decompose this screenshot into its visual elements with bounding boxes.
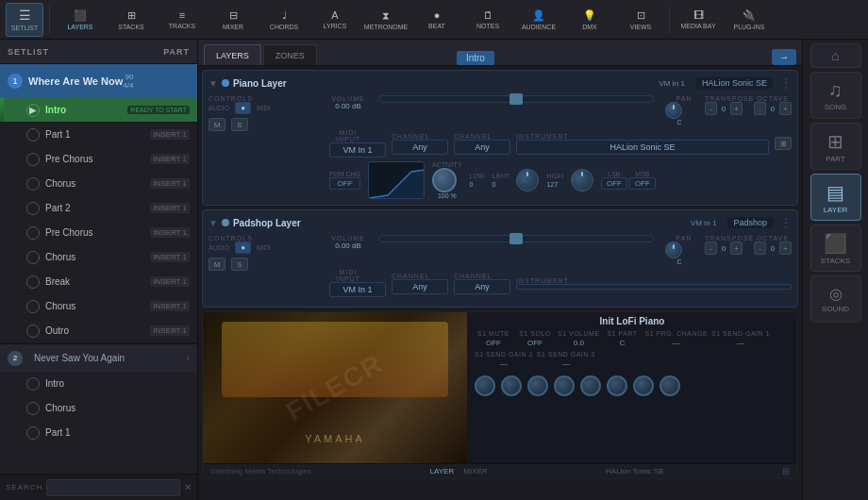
part-item-prechorus2[interactable]: Pre Chorus INSERT 1 xyxy=(0,221,197,245)
toolbar-stacks[interactable]: ⊞ STACKS xyxy=(107,3,156,37)
padshop-pan-knob[interactable] xyxy=(665,242,682,258)
toolbar-lyrics[interactable]: A LYRICS xyxy=(310,3,359,37)
toolbar-mixer[interactable]: ⊟ MIXER xyxy=(209,3,258,37)
plugin-knob-7[interactable] xyxy=(633,375,654,396)
piano-channel2-select[interactable]: Any xyxy=(454,140,510,155)
toolbar-views[interactable]: ⊡ VIEWS xyxy=(616,3,665,37)
navigate-arrow[interactable]: → xyxy=(772,49,796,65)
song-2-header[interactable]: 2 Never Saw You Again › xyxy=(0,343,197,372)
padshop-audio-toggle[interactable]: ● xyxy=(235,242,251,254)
piano-knob3[interactable] xyxy=(571,169,593,192)
plugin-knob-2[interactable] xyxy=(501,375,522,396)
right-song-btn[interactable]: ♫ SONG xyxy=(810,72,861,119)
setlist-header: SETLIST PART xyxy=(0,40,197,64)
piano-octave-plus[interactable]: + xyxy=(779,102,792,115)
padshop-volume-label: VOLUME xyxy=(329,235,367,242)
piano-mute-btn[interactable]: M xyxy=(209,118,225,131)
toolbar-notes[interactable]: 🗒 NOTES xyxy=(463,3,512,37)
part-label-part2: Part 2 xyxy=(45,203,150,213)
song-1-header[interactable]: 1 Where Are We Now 90 4/4 xyxy=(0,64,197,98)
padshop-solo-btn[interactable]: S xyxy=(231,258,248,271)
footer-tab-mixer[interactable]: MIXER xyxy=(463,467,487,475)
piano-transpose-plus[interactable]: + xyxy=(730,102,743,115)
piano-transpose-minus[interactable]: - xyxy=(705,102,717,115)
setlist-title: SETLIST xyxy=(8,47,49,57)
padshop-mute-btn[interactable]: M xyxy=(209,258,225,271)
tracks-tab-label: TRACKS xyxy=(169,23,195,29)
part-item-outro[interactable]: Outro INSERT 1 xyxy=(0,319,197,343)
param-s1part-label: S1 Part xyxy=(608,330,638,337)
piano-layer-collapse[interactable]: ▼ xyxy=(209,78,218,89)
part-item-intro[interactable]: ▶ Intro READY TO START xyxy=(0,98,197,123)
padshop-transpose-plus[interactable]: + xyxy=(730,242,743,255)
piano-slider-group[interactable] xyxy=(378,95,654,125)
right-layer-icon: ▤ xyxy=(826,181,844,204)
piano-layer-menu[interactable]: ⋮ xyxy=(780,76,792,90)
piano-activity-knob[interactable] xyxy=(432,168,457,192)
plugin-knob-5[interactable] xyxy=(580,375,601,396)
right-stacks-btn[interactable]: ⬛ STACKS xyxy=(810,225,861,272)
padshop-octave-plus[interactable]: + xyxy=(779,242,792,255)
toolbar-plugins[interactable]: 🔌 PLUG-INS xyxy=(725,3,774,37)
padshop-transpose-minus[interactable]: - xyxy=(705,242,717,255)
toolbar-setlist[interactable]: ☰ SETLIST xyxy=(6,3,43,37)
right-sound-btn[interactable]: ◎ SOUND xyxy=(810,275,861,323)
part-item-chorus2[interactable]: Chorus INSERT 1 xyxy=(0,245,197,270)
plugin-knob-8[interactable] xyxy=(659,375,680,396)
song2-part-intro[interactable]: Intro xyxy=(0,372,197,396)
padshop-octave-minus[interactable]: - xyxy=(754,242,766,255)
padshop-layer-collapse[interactable]: ▼ xyxy=(209,218,218,228)
toolbar-metronome[interactable]: ⧗ METRONOME xyxy=(361,3,410,37)
plugin-knob-3[interactable] xyxy=(527,375,548,396)
toolbar-tracks[interactable]: ≡ TRACKS xyxy=(158,3,207,37)
piano-instrument-icon[interactable]: ⊞ xyxy=(775,137,792,150)
part-item-prechorus1[interactable]: Pre Chorus INSERT 1 xyxy=(0,147,197,172)
toolbar-beat[interactable]: ● BEAT xyxy=(412,3,461,37)
padshop-channel2-select[interactable]: Any xyxy=(454,279,510,294)
right-sound-icon: ◎ xyxy=(829,285,843,303)
search-input[interactable] xyxy=(46,479,180,496)
song2-part-part1[interactable]: Part 1 xyxy=(0,421,197,445)
toolbar-layers[interactable]: ⬛ LAYERS xyxy=(56,3,105,37)
piano-pdmchg-toggle[interactable]: OFF xyxy=(329,177,360,190)
part-item-break[interactable]: Break INSERT 1 xyxy=(0,270,197,294)
padshop-channel1-select[interactable]: Any xyxy=(392,279,448,294)
part-item-part2[interactable]: Part 2 INSERT 1 xyxy=(0,196,197,221)
part-item-chorus3[interactable]: Chorus INSERT 1 xyxy=(0,294,197,319)
piano-pan-knob[interactable] xyxy=(665,102,682,119)
song-1-title: Where Are We Now xyxy=(28,75,123,87)
plugin-knob-6[interactable] xyxy=(607,375,627,396)
right-part-btn[interactable]: ⊞ PART xyxy=(810,123,861,170)
padshop-layer-menu[interactable]: ⋮ xyxy=(780,216,792,229)
footer-tab-layer[interactable]: LAYER xyxy=(430,467,455,475)
right-layer-btn[interactable]: ▤ LAYER xyxy=(810,174,861,221)
piano-msb-toggle[interactable]: OFF xyxy=(629,177,656,190)
piano-image: FILECR YAMAHA xyxy=(203,312,467,463)
tab-zones[interactable]: ZONES xyxy=(263,44,317,65)
piano-audio-toggle[interactable]: ● xyxy=(235,102,251,114)
padshop-volume-slider[interactable] xyxy=(378,235,654,242)
tab-layers[interactable]: LAYERS xyxy=(204,44,261,65)
piano-solo-btn[interactable]: S xyxy=(231,118,248,131)
piano-midi-input-select[interactable]: VM In 1 xyxy=(329,142,386,158)
piano-octave-minus[interactable]: - xyxy=(754,102,766,115)
toolbar-mediabay[interactable]: 🎞 MEDIA BAY xyxy=(674,3,723,37)
piano-instrument-select[interactable]: HALion Sonic SE xyxy=(516,140,769,155)
toolbar-dmx[interactable]: 💡 DMX xyxy=(565,3,614,37)
home-button[interactable]: ⌂ xyxy=(810,43,861,68)
search-clear-icon[interactable]: ✕ xyxy=(184,482,192,492)
piano-lsb-toggle[interactable]: OFF xyxy=(601,177,627,190)
toolbar-audience[interactable]: 👤 AUDIENCE xyxy=(514,3,563,37)
song2-part-chorus[interactable]: Chorus xyxy=(0,396,197,421)
padshop-instrument-select[interactable] xyxy=(516,284,792,290)
piano-knob2[interactable] xyxy=(516,169,539,192)
part-item-part1[interactable]: Part 1 INSERT 1 xyxy=(0,123,197,147)
plugin-knob-4[interactable] xyxy=(554,375,575,396)
piano-channel1-select[interactable]: Any xyxy=(392,140,448,155)
part-item-chorus1[interactable]: Chorus INSERT 1 xyxy=(0,172,197,196)
toolbar-chords[interactable]: ♩ CHORDS xyxy=(259,3,309,37)
piano-volume-slider[interactable] xyxy=(378,95,654,103)
padshop-midi-input-select[interactable]: VM In 1 xyxy=(329,282,386,297)
plugin-knob-1[interactable] xyxy=(475,375,495,396)
padshop-slider-group[interactable] xyxy=(378,235,654,265)
